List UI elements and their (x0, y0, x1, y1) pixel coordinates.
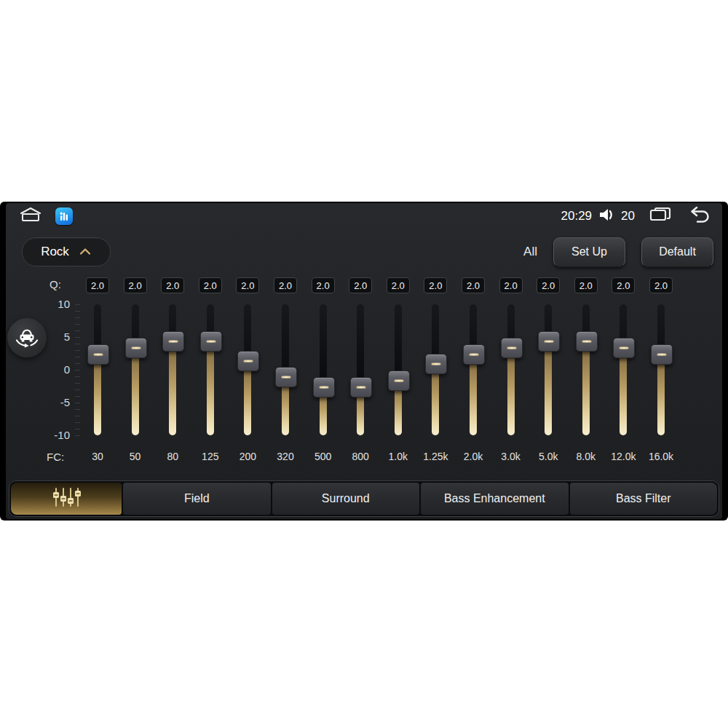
q-value-box[interactable]: 2.0 (199, 277, 222, 293)
slider-handle[interactable] (576, 331, 598, 352)
fc-frequency-label: 12.0k (604, 451, 642, 462)
slider-handle[interactable] (237, 351, 259, 371)
slider-gold-fill (244, 360, 251, 436)
back-icon[interactable] (686, 206, 711, 227)
toolbar: Rock All Set Up Default (22, 237, 713, 266)
sound-field-button[interactable] (7, 318, 47, 357)
slider-handle[interactable] (125, 338, 147, 358)
tab-surround[interactable]: Surround (272, 483, 420, 515)
eq-band-2.0k: 2.02.0k (454, 276, 492, 467)
q-value-box[interactable]: 2.0 (574, 277, 598, 293)
slider-handle[interactable] (651, 344, 673, 365)
slider-handle[interactable] (463, 344, 485, 365)
tab-bass-filter[interactable]: Bass Filter (570, 483, 718, 515)
equalizer-screen: 20:29 20 (6, 203, 722, 519)
fc-frequency-label: 5.0k (529, 451, 567, 462)
tab-bar: Field Surround Bass Enhancement Bass Fil… (9, 480, 719, 517)
slider-handle[interactable] (350, 377, 372, 397)
eq-band-80: 2.080 (154, 276, 191, 467)
slider-gold-fill (582, 341, 590, 436)
tab-field[interactable]: Field (123, 483, 271, 515)
gain-slider[interactable] (613, 304, 633, 435)
fc-frequency-label: 800 (341, 451, 379, 462)
fc-frequency-label: 3.0k (492, 451, 530, 462)
gain-slider[interactable] (576, 304, 596, 435)
slider-handle[interactable] (313, 377, 335, 397)
q-value-box[interactable]: 2.0 (424, 277, 447, 293)
page: 20:29 20 (0, 0, 728, 728)
fc-frequency-label: 2.0k (454, 451, 492, 462)
eq-band-200: 2.0200 (229, 276, 266, 467)
db-label: -5 (35, 395, 70, 410)
fc-frequency-label: 30 (79, 451, 116, 462)
setup-button[interactable]: Set Up (553, 237, 625, 267)
db-label: 0 (35, 363, 70, 377)
slider-gold-fill (545, 341, 552, 436)
chevron-up-icon (79, 245, 92, 259)
fc-frequency-label: 16.0k (642, 451, 680, 462)
q-value-box[interactable]: 2.0 (86, 277, 109, 293)
db-label: -10 (35, 428, 70, 443)
gain-slider[interactable] (87, 304, 108, 435)
recent-apps-icon[interactable] (649, 206, 672, 227)
eq-band-320: 2.0320 (266, 276, 304, 467)
gain-slider[interactable] (651, 304, 671, 435)
all-label[interactable]: All (523, 245, 537, 259)
eq-band-1.0k: 2.01.0k (379, 276, 417, 467)
q-value-box[interactable]: 2.0 (499, 277, 523, 293)
slider-handle[interactable] (613, 338, 635, 358)
fc-frequency-label: 200 (229, 451, 266, 462)
q-value-box[interactable]: 2.0 (236, 277, 259, 293)
slider-handle[interactable] (162, 331, 184, 352)
gain-slider[interactable] (350, 304, 371, 435)
gain-slider[interactable] (237, 304, 258, 435)
slider-handle[interactable] (87, 344, 109, 365)
slider-handle[interactable] (425, 354, 447, 374)
eq-sliders-icon (48, 486, 84, 511)
slider-handle[interactable] (501, 338, 523, 358)
gain-slider[interactable] (162, 304, 183, 435)
fc-frequency-label: 500 (304, 451, 342, 462)
q-value-box[interactable]: 2.0 (161, 277, 184, 293)
q-value-box[interactable]: 2.0 (537, 277, 560, 293)
fc-frequency-label: 1.25k (416, 451, 454, 462)
eq-band-16.0k: 2.016.0k (642, 276, 680, 467)
gain-slider[interactable] (538, 304, 558, 435)
tab-equalizer[interactable] (11, 483, 122, 515)
gain-slider[interactable] (388, 304, 408, 435)
gain-slider[interactable] (275, 304, 296, 435)
q-value-box[interactable]: 2.0 (124, 277, 147, 293)
fc-frequency-label: 320 (266, 451, 304, 462)
q-value-box[interactable]: 2.0 (349, 277, 372, 293)
slider-handle[interactable] (275, 367, 297, 387)
fc-frequency-label: 1.0k (379, 451, 417, 462)
q-value-box[interactable]: 2.0 (462, 277, 485, 293)
gain-slider[interactable] (200, 304, 221, 435)
volume-icon (598, 207, 614, 226)
slider-handle[interactable] (538, 331, 560, 352)
car-sound-field-icon (14, 325, 40, 351)
fc-frequency-label: 80 (154, 451, 191, 462)
gain-slider[interactable] (501, 304, 521, 435)
gain-slider[interactable] (425, 304, 446, 435)
q-value-box[interactable]: 2.0 (312, 277, 335, 293)
toolbar-right: All Set Up Default (523, 237, 713, 267)
gain-slider[interactable] (125, 304, 146, 435)
eq-band-500: 2.0500 (304, 276, 342, 467)
db-scale: 1050-5-10 (35, 203, 70, 519)
eq-band-8.0k: 2.08.0k (567, 276, 605, 467)
slider-handle[interactable] (388, 371, 410, 391)
q-value-box[interactable]: 2.0 (612, 277, 635, 293)
slider-handle[interactable] (200, 331, 222, 352)
slider-gold-fill (207, 341, 214, 436)
q-value-box[interactable]: 2.0 (649, 277, 673, 293)
gain-slider[interactable] (313, 304, 333, 435)
q-value-box[interactable]: 2.0 (387, 277, 410, 293)
clock: 20:29 (561, 209, 593, 223)
default-button[interactable]: Default (641, 237, 713, 267)
q-value-box[interactable]: 2.0 (274, 277, 297, 293)
gain-slider[interactable] (463, 304, 483, 435)
tab-bass-enhancement[interactable]: Bass Enhancement (421, 483, 569, 515)
fc-frequency-label: 50 (116, 451, 154, 462)
eq-band-3.0k: 2.03.0k (492, 276, 530, 467)
